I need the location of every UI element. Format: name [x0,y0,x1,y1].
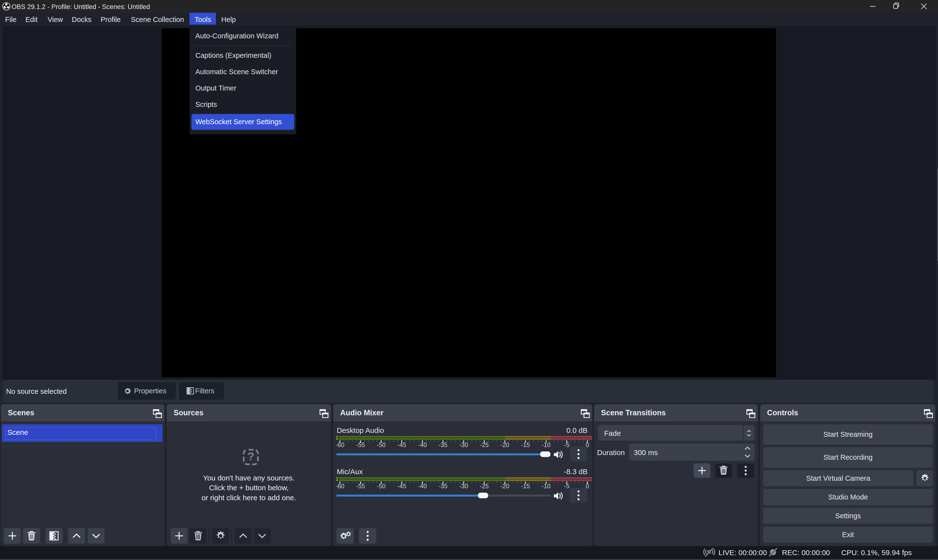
svg-text:-55: -55 [356,483,365,489]
svg-text:-60: -60 [336,483,344,489]
svg-text:-60: -60 [336,442,344,448]
svg-text:-35: -35 [438,442,447,448]
svg-text:-40: -40 [418,442,427,448]
svg-text:-20: -20 [500,483,509,489]
svg-text:-25: -25 [480,442,489,448]
svg-text:-30: -30 [459,483,468,489]
svg-text:-15: -15 [521,442,530,448]
svg-text:-55: -55 [356,442,365,448]
svg-text:-50: -50 [377,483,386,489]
svg-text:-10: -10 [542,442,551,448]
svg-text:-5: -5 [564,483,569,489]
svg-text:-45: -45 [397,442,406,448]
svg-text:-20: -20 [500,442,509,448]
svg-text:-35: -35 [438,483,447,489]
svg-text:-10: -10 [542,483,551,489]
svg-text:-15: -15 [521,483,530,489]
svg-text:-5: -5 [564,442,569,448]
svg-text:-40: -40 [418,483,427,489]
svg-text:-50: -50 [377,442,386,448]
svg-text:?: ? [247,450,254,463]
svg-text:-25: -25 [480,483,489,489]
svg-text:-45: -45 [397,483,406,489]
svg-text:-30: -30 [459,442,468,448]
